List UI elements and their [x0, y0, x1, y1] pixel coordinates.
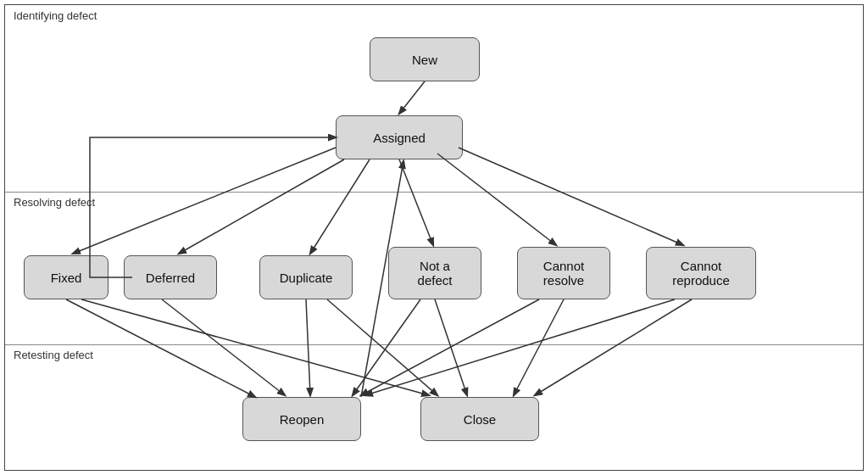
section-border-retesting [5, 344, 863, 345]
node-duplicate: Duplicate [259, 255, 353, 299]
node-fixed: Fixed [24, 255, 108, 299]
svg-line-16 [535, 299, 692, 395]
diagram-container: Identifying defect Resolving defect Rete… [4, 4, 864, 471]
node-assigned: Assigned [336, 115, 463, 159]
node-reopen: Reopen [242, 397, 361, 441]
svg-line-0 [399, 81, 425, 114]
svg-line-10 [306, 299, 310, 395]
svg-line-17 [365, 299, 675, 395]
svg-line-1 [73, 148, 336, 254]
svg-line-12 [435, 299, 467, 395]
svg-line-14 [514, 299, 564, 395]
svg-line-3 [310, 159, 370, 254]
section-label-identifying: Identifying defect [10, 8, 100, 23]
node-new: New [370, 37, 480, 81]
node-deferred: Deferred [124, 255, 217, 299]
svg-line-4 [399, 159, 433, 245]
node-notadefect: Not a defect [388, 247, 481, 299]
svg-line-9 [162, 299, 285, 395]
svg-line-6 [459, 148, 683, 245]
svg-line-2 [179, 159, 344, 254]
section-label-resolving: Resolving defect [10, 195, 98, 210]
svg-line-11 [327, 299, 437, 395]
svg-line-5 [437, 154, 556, 245]
svg-line-15 [361, 299, 539, 395]
node-cannotreproduce: Cannot reproduce [646, 247, 756, 299]
node-close: Close [420, 397, 539, 441]
section-border-resolving [5, 192, 863, 193]
node-cannotresolve: Cannot resolve [517, 247, 610, 299]
svg-line-8 [81, 299, 429, 395]
section-label-retesting: Retesting defect [10, 348, 97, 362]
svg-line-13 [353, 299, 420, 395]
